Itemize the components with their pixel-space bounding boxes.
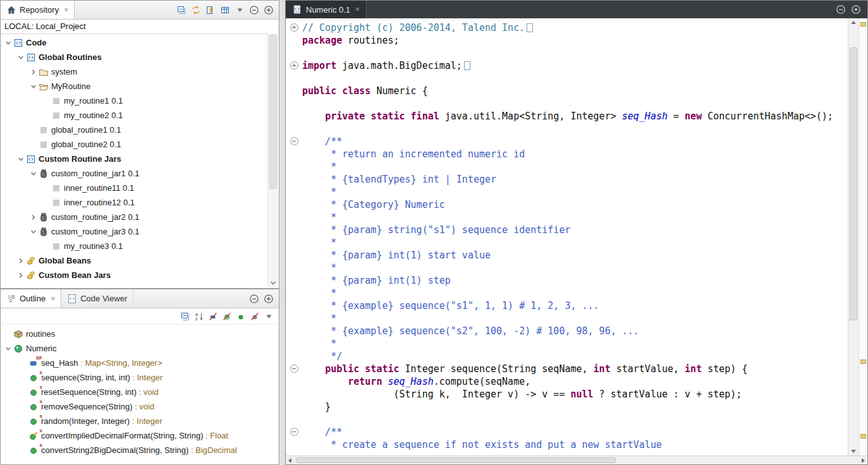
repo-item-my-routine1-0-1[interactable]: my_routine1 0.1 — [1, 94, 267, 108]
chevron-down-icon[interactable] — [16, 54, 25, 61]
scrollbar-thumb[interactable] — [296, 457, 616, 463]
minimize-icon[interactable] — [249, 5, 259, 15]
repo-item-inner-routine12-0-1[interactable]: inner_routine12 0.1 — [1, 195, 267, 210]
code-line[interactable] — [286, 413, 848, 426]
code-line[interactable]: − public static Integer sequence(String … — [286, 363, 848, 375]
code-line[interactable]: * {param} string("s1") sequence identifi… — [286, 224, 848, 236]
repo-item-code[interactable]: Code — [1, 35, 267, 50]
folded-region-box[interactable] — [464, 61, 470, 70]
outline-item-resetsequence-string-int[interactable]: sresetSequence(String, int) : void — [1, 385, 278, 399]
repo-item-system[interactable]: system — [1, 64, 267, 79]
code-line[interactable]: − /** — [286, 135, 848, 148]
scrollbar-thumb[interactable] — [269, 35, 277, 189]
code-line[interactable]: * create a sequence if not exists and pu… — [286, 438, 848, 451]
code-line[interactable] — [286, 72, 848, 85]
maximize-icon[interactable] — [264, 5, 274, 15]
repo-item-custom-bean-jars[interactable]: Custom Bean Jars — [1, 268, 267, 282]
code-line[interactable]: * {Category} Numeric — [286, 198, 848, 211]
code-line[interactable]: */ — [286, 350, 848, 363]
minimize-icon[interactable] — [836, 4, 846, 15]
tab-outline[interactable]: Outline × — [1, 289, 61, 308]
fold-expand-icon[interactable]: + — [290, 61, 298, 69]
code-line[interactable]: public class Numeric { — [286, 85, 848, 97]
code-line[interactable]: (String k, Integer v) -> v == null ? sta… — [286, 388, 848, 401]
repo-item-custom-routine-jars[interactable]: Custom Routine Jars — [1, 152, 267, 166]
tab-code-viewer[interactable]: Code Viewer — [61, 289, 133, 308]
repo-item-custom-routine-jar2-0-1[interactable]: custom_routine_jar2 0.1 — [1, 210, 267, 224]
fold-collapse-icon[interactable]: − — [290, 428, 298, 436]
code-line[interactable]: * — [286, 211, 848, 224]
scroll-down-icon[interactable] — [848, 447, 859, 456]
code-line[interactable]: } — [286, 401, 848, 413]
repo-item-global-routines[interactable]: Global Routines — [1, 50, 267, 64]
repo-item-my-routine3-0-1[interactable]: my_routine3 0.1 — [1, 239, 267, 253]
show-public-icon[interactable] — [236, 311, 246, 322]
repo-item-global-beans[interactable]: Global Beans — [1, 253, 267, 268]
collapse-all-icon[interactable] — [180, 311, 190, 322]
code-line[interactable]: * — [286, 262, 848, 274]
code-line[interactable]: * — [286, 337, 848, 350]
overview-ruler[interactable] — [859, 18, 867, 456]
chevron-down-icon[interactable] — [3, 40, 13, 46]
repo-item-my-routine2-0-1[interactable]: my_routine2 0.1 — [1, 108, 267, 123]
chevron-down-icon[interactable] — [28, 171, 38, 177]
code-line[interactable] — [286, 123, 848, 135]
code-line[interactable]: +import java.math.BigDecimal; — [286, 59, 848, 72]
code-line[interactable]: +// Copyright (c) 2006-2014, Talend Inc. — [286, 21, 848, 34]
outline-item-convertimplieddecimalformat-string-string[interactable]: sconvertImpliedDecimalFormat(String, Str… — [1, 428, 278, 443]
fold-collapse-icon[interactable]: − — [290, 137, 298, 145]
folded-region-box[interactable] — [527, 23, 533, 32]
fold-expand-icon[interactable]: + — [290, 23, 298, 32]
code-line[interactable]: * {param} int(1) start value — [286, 249, 848, 262]
chevron-right-icon[interactable] — [28, 69, 38, 75]
chevron-right-icon[interactable] — [28, 214, 38, 220]
repo-item-custom-routine-jar1-0-1[interactable]: custom_routine_jar1 0.1 — [1, 166, 267, 181]
tab-numeric-editor[interactable]: Numeric 0.1 × — [286, 1, 367, 18]
repo-item-custom-routine-jar3-0-1[interactable]: custom_routine_jar3 0.1 — [1, 224, 267, 239]
hide-local-types-icon[interactable] — [250, 311, 260, 322]
close-icon[interactable]: × — [64, 6, 68, 15]
code-line[interactable] — [286, 97, 848, 110]
outline-item-numeric[interactable]: Numeric — [1, 341, 278, 356]
tab-repository[interactable]: Repository × — [1, 1, 75, 19]
repo-item-inner-routine11-0-1[interactable]: inner_routine11 0.1 — [1, 181, 267, 195]
view-menu-icon[interactable] — [264, 311, 274, 322]
chevron-down-icon[interactable] — [28, 83, 38, 90]
chevron-down-icon[interactable] — [3, 346, 13, 352]
horizontal-scrollbar[interactable] — [286, 456, 867, 464]
chevron-down-icon[interactable] — [28, 229, 38, 235]
scroll-left-icon[interactable] — [286, 456, 295, 464]
code-line[interactable]: package routines; — [286, 34, 848, 47]
code-line[interactable]: * — [286, 287, 848, 299]
grid-icon[interactable] — [220, 5, 230, 15]
outline-item-convertstring2bigdecimal-string-string[interactable]: sconvertString2BigDecimal(String, String… — [1, 443, 278, 457]
maximize-icon[interactable] — [264, 294, 274, 304]
code-line[interactable]: * {example} sequence("s1", 1, 1) # 1, 2,… — [286, 299, 848, 312]
code-line[interactable]: * — [286, 160, 848, 173]
chevron-right-icon[interactable] — [16, 258, 25, 264]
occurrence-marker[interactable] — [860, 359, 866, 364]
outline-item-sequence-string-int-int[interactable]: ssequence(String, int, int) : Integer — [1, 370, 278, 385]
collapse-all-icon[interactable] — [176, 5, 186, 15]
code-line[interactable] — [286, 47, 848, 59]
repo-item-global-routine1-0-1[interactable]: global_routine1 0.1 — [1, 123, 267, 137]
repository-scrollbar[interactable] — [267, 33, 278, 287]
code-line[interactable]: * {talendTypes} int | Integer — [286, 173, 848, 186]
occurrence-marker[interactable] — [860, 434, 866, 438]
view-menu-icon[interactable] — [235, 5, 245, 15]
fold-collapse-icon[interactable]: − — [290, 365, 298, 373]
occurrence-marker[interactable] — [860, 22, 866, 27]
chevron-down-icon[interactable] — [16, 156, 25, 162]
flash-icon[interactable] — [205, 5, 216, 15]
sort-icon[interactable]: az — [194, 311, 204, 322]
code-line[interactable]: * — [286, 186, 848, 198]
hide-static-icon[interactable]: S — [222, 311, 232, 322]
code-line[interactable]: * — [286, 312, 848, 325]
maximize-icon[interactable] — [851, 4, 861, 15]
outline-item-routines[interactable]: routines — [1, 327, 278, 341]
vertical-scrollbar[interactable] — [848, 18, 859, 456]
repo-item-myroutine[interactable]: MyRoutine — [1, 79, 267, 94]
code-line[interactable]: * return an incremented numeric id — [286, 148, 848, 160]
chevron-right-icon[interactable] — [16, 272, 25, 279]
scrollbar-thumb[interactable] — [850, 47, 857, 320]
